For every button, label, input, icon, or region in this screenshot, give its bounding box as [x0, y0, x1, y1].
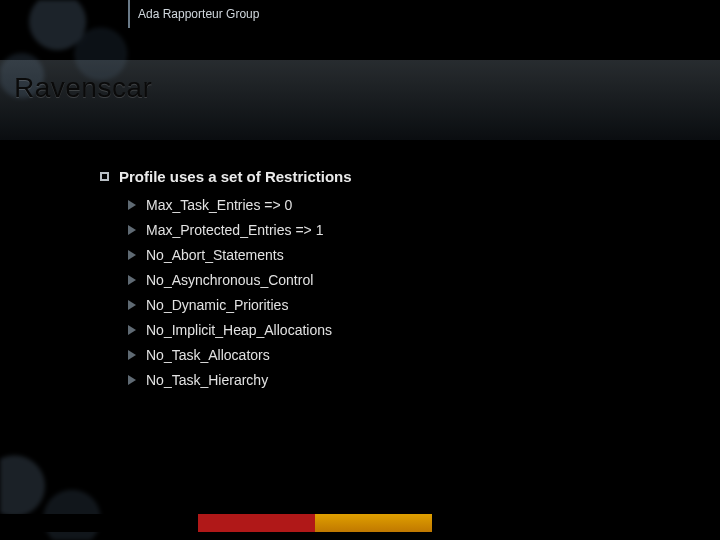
list-item-label: No_Implicit_Heap_Allocations [146, 322, 332, 338]
restriction-list: Max_Task_Entries => 0 Max_Protected_Entr… [128, 197, 680, 388]
list-item-label: No_Task_Hierarchy [146, 372, 268, 388]
list-item-label: No_Abort_Statements [146, 247, 284, 263]
arrow-right-icon [128, 275, 136, 285]
page-title: Ravenscar [14, 72, 152, 104]
group-name: Ada Rapporteur Group [138, 7, 259, 21]
bullet-level1: Profile uses a set of Restrictions [100, 168, 680, 185]
list-item: No_Implicit_Heap_Allocations [128, 322, 680, 338]
list-item: Max_Task_Entries => 0 [128, 197, 680, 213]
level1-text: Profile uses a set of Restrictions [119, 168, 352, 185]
stripe-tail [432, 514, 720, 532]
arrow-right-icon [128, 350, 136, 360]
stripe-red [198, 514, 315, 532]
list-item: No_Asynchronous_Control [128, 272, 680, 288]
stripe-black [0, 514, 198, 532]
arrow-right-icon [128, 250, 136, 260]
arrow-right-icon [128, 375, 136, 385]
list-item: No_Task_Allocators [128, 347, 680, 363]
list-item-label: No_Dynamic_Priorities [146, 297, 288, 313]
footer-flag-stripe [0, 514, 720, 532]
list-item-label: Max_Protected_Entries => 1 [146, 222, 323, 238]
arrow-right-icon [128, 325, 136, 335]
list-item-label: Max_Task_Entries => 0 [146, 197, 292, 213]
header-bar: Ada Rapporteur Group [128, 0, 259, 28]
list-item: Max_Protected_Entries => 1 [128, 222, 680, 238]
arrow-right-icon [128, 300, 136, 310]
title-band: Ravenscar [0, 60, 720, 140]
list-item: No_Abort_Statements [128, 247, 680, 263]
stripe-gold [315, 514, 432, 532]
arrow-right-icon [128, 200, 136, 210]
list-item-label: No_Asynchronous_Control [146, 272, 313, 288]
list-item: No_Task_Hierarchy [128, 372, 680, 388]
square-bullet-icon [100, 172, 109, 181]
list-item: No_Dynamic_Priorities [128, 297, 680, 313]
arrow-right-icon [128, 225, 136, 235]
list-item-label: No_Task_Allocators [146, 347, 270, 363]
body-content: Profile uses a set of Restrictions Max_T… [100, 168, 680, 397]
